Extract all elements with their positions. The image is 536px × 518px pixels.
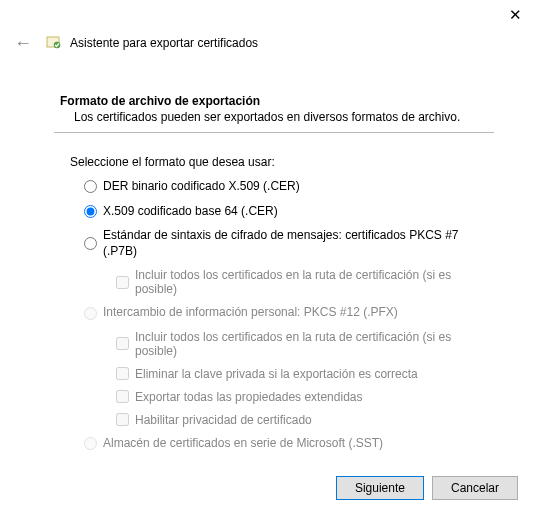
header-row: ← Asistente para exportar certificados	[0, 30, 536, 58]
checkbox-pkcs7-include: Incluir todos los certificados en la rut…	[116, 268, 494, 296]
radio-der-input[interactable]	[84, 180, 97, 193]
radio-pfx-input	[84, 307, 97, 320]
checkbox-pfx-export-ext-input	[116, 390, 129, 403]
close-button[interactable]: ✕	[509, 6, 522, 24]
checkbox-pfx-delete-label: Eliminar la clave privada si la exportac…	[135, 367, 418, 381]
radio-pfx: Intercambio de información personal: PKC…	[84, 305, 494, 321]
content-panel: Formato de archivo de exportación Los ce…	[0, 58, 536, 452]
radio-pkcs7[interactable]: Estándar de sintaxis de cifrado de mensa…	[84, 228, 494, 259]
radio-der-label: DER binario codificado X.509 (.CER)	[103, 179, 300, 195]
checkbox-pfx-include-input	[116, 337, 129, 350]
radio-sst-input	[84, 437, 97, 450]
checkbox-pfx-privacy: Habilitar privacidad de certificado	[116, 413, 494, 427]
certificate-icon	[46, 35, 62, 51]
radio-pkcs7-label: Estándar de sintaxis de cifrado de mensa…	[103, 228, 494, 259]
radio-sst: Almacén de certificados en serie de Micr…	[84, 436, 494, 452]
checkbox-pfx-include: Incluir todos los certificados en la rut…	[116, 330, 494, 358]
checkbox-pfx-privacy-input	[116, 413, 129, 426]
footer-buttons: Siguiente Cancelar	[336, 476, 518, 500]
select-format-label: Seleccione el formato que desea usar:	[70, 155, 494, 169]
divider	[54, 132, 494, 133]
section-subtext: Los certificados pueden ser exportados e…	[74, 110, 494, 124]
next-button[interactable]: Siguiente	[336, 476, 424, 500]
cancel-button[interactable]: Cancelar	[432, 476, 518, 500]
checkbox-pkcs7-include-label: Incluir todos los certificados en la rut…	[135, 268, 494, 296]
radio-pkcs7-input[interactable]	[84, 237, 97, 250]
checkbox-pfx-delete: Eliminar la clave privada si la exportac…	[116, 367, 494, 381]
radio-pfx-label: Intercambio de información personal: PKC…	[103, 305, 398, 321]
checkbox-pfx-privacy-label: Habilitar privacidad de certificado	[135, 413, 312, 427]
checkbox-pfx-export-ext-label: Exportar todas las propiedades extendida…	[135, 390, 362, 404]
titlebar: ✕	[0, 0, 536, 30]
checkbox-pfx-include-label: Incluir todos los certificados en la rut…	[135, 330, 494, 358]
radio-der[interactable]: DER binario codificado X.509 (.CER)	[84, 179, 494, 195]
checkbox-pfx-export-ext: Exportar todas las propiedades extendida…	[116, 390, 494, 404]
wizard-title: Asistente para exportar certificados	[70, 36, 258, 50]
back-arrow-icon[interactable]: ←	[14, 34, 32, 52]
section-heading: Formato de archivo de exportación	[60, 94, 494, 108]
radio-base64[interactable]: X.509 codificado base 64 (.CER)	[84, 204, 494, 220]
format-radio-group: DER binario codificado X.509 (.CER) X.50…	[84, 179, 494, 452]
checkbox-pkcs7-include-input	[116, 276, 129, 289]
radio-base64-label: X.509 codificado base 64 (.CER)	[103, 204, 278, 220]
checkbox-pfx-delete-input	[116, 367, 129, 380]
radio-sst-label: Almacén de certificados en serie de Micr…	[103, 436, 383, 452]
radio-base64-input[interactable]	[84, 205, 97, 218]
